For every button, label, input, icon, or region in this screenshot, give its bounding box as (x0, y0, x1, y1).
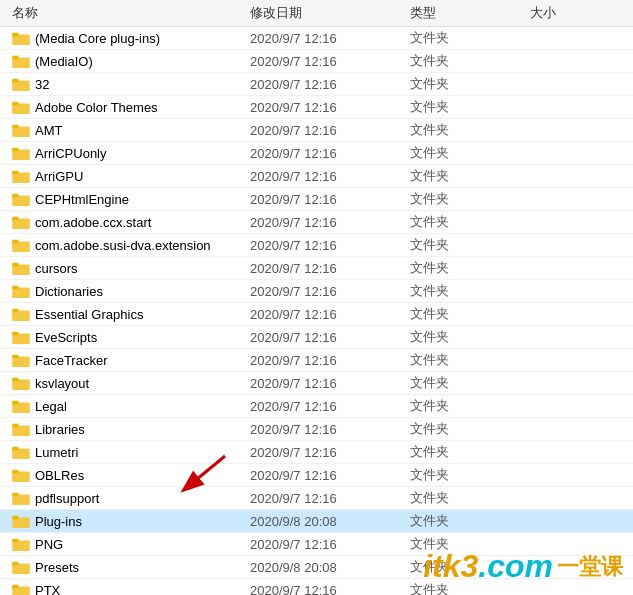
file-name-cell: Adobe Color Themes (0, 100, 250, 115)
file-name-cell: Dictionaries (0, 284, 250, 299)
file-name-cell: 32 (0, 77, 250, 92)
file-name: 32 (35, 77, 49, 92)
folder-icon (12, 192, 30, 206)
file-date: 2020/9/7 12:16 (250, 31, 410, 46)
file-type: 文件夹 (410, 558, 530, 576)
file-type: 文件夹 (410, 190, 530, 208)
table-row[interactable]: Libraries 2020/9/7 12:16 文件夹 (0, 418, 633, 441)
file-type: 文件夹 (410, 443, 530, 461)
svg-rect-65 (12, 516, 18, 520)
file-name-cell: Lumetri (0, 445, 250, 460)
file-type: 文件夹 (410, 213, 530, 231)
table-row[interactable]: AMT 2020/9/7 12:16 文件夹 (0, 119, 633, 142)
file-type: 文件夹 (410, 420, 530, 438)
file-date: 2020/9/7 12:16 (250, 146, 410, 161)
file-date: 2020/9/7 12:16 (250, 307, 410, 322)
svg-rect-11 (12, 102, 18, 106)
file-type: 文件夹 (410, 98, 530, 116)
folder-icon (12, 514, 30, 528)
file-name-cell: cursors (0, 261, 250, 276)
file-name: FaceTracker (35, 353, 107, 368)
folder-icon (12, 261, 30, 275)
table-row[interactable]: cursors 2020/9/7 12:16 文件夹 (0, 257, 633, 280)
file-name: (MediaIO) (35, 54, 93, 69)
file-name-cell: PTX (0, 583, 250, 596)
folder-icon (12, 376, 30, 390)
svg-rect-56 (12, 447, 18, 451)
svg-rect-8 (12, 79, 18, 83)
table-row[interactable]: (MediaIO) 2020/9/7 12:16 文件夹 (0, 50, 633, 73)
table-row[interactable]: com.adobe.susi-dva.extension 2020/9/7 12… (0, 234, 633, 257)
file-type: 文件夹 (410, 75, 530, 93)
svg-rect-68 (12, 539, 18, 543)
folder-icon (12, 560, 30, 574)
folder-icon (12, 445, 30, 459)
table-row[interactable]: ArriGPU 2020/9/7 12:16 文件夹 (0, 165, 633, 188)
folder-icon (12, 583, 30, 595)
file-date: 2020/9/7 12:16 (250, 491, 410, 506)
table-row[interactable]: ArriCPUonly 2020/9/7 12:16 文件夹 (0, 142, 633, 165)
file-name-cell: com.adobe.susi-dva.extension (0, 238, 250, 253)
table-row[interactable]: Adobe Color Themes 2020/9/7 12:16 文件夹 (0, 96, 633, 119)
file-type: 文件夹 (410, 466, 530, 484)
table-row[interactable]: 32 2020/9/7 12:16 文件夹 (0, 73, 633, 96)
file-name-cell: (Media Core plug-ins) (0, 31, 250, 46)
file-type: 文件夹 (410, 259, 530, 277)
table-row[interactable]: (Media Core plug-ins) 2020/9/7 12:16 文件夹 (0, 27, 633, 50)
table-row[interactable]: Essential Graphics 2020/9/7 12:16 文件夹 (0, 303, 633, 326)
file-name: Libraries (35, 422, 85, 437)
col-header-name: 名称 (0, 4, 250, 22)
file-name-cell: ArriCPUonly (0, 146, 250, 161)
folder-icon (12, 284, 30, 298)
svg-rect-50 (12, 401, 18, 405)
file-type: 文件夹 (410, 581, 530, 595)
file-name: Dictionaries (35, 284, 103, 299)
svg-rect-20 (12, 171, 18, 175)
file-name-cell: Legal (0, 399, 250, 414)
file-name: ArriCPUonly (35, 146, 107, 161)
table-row[interactable]: Presets 2020/9/8 20:08 文件夹 (0, 556, 633, 579)
folder-icon (12, 77, 30, 91)
table-row[interactable]: Legal 2020/9/7 12:16 文件夹 (0, 395, 633, 418)
file-type: 文件夹 (410, 535, 530, 553)
svg-rect-44 (12, 355, 18, 359)
file-name: Presets (35, 560, 79, 575)
file-name: PTX (35, 583, 60, 596)
table-row[interactable]: CEPHtmlEngine 2020/9/7 12:16 文件夹 (0, 188, 633, 211)
file-name: ksvlayout (35, 376, 89, 391)
table-row[interactable]: Lumetri 2020/9/7 12:16 文件夹 (0, 441, 633, 464)
folder-icon (12, 100, 30, 114)
table-row[interactable]: Dictionaries 2020/9/7 12:16 文件夹 (0, 280, 633, 303)
svg-rect-41 (12, 332, 18, 336)
folder-icon (12, 146, 30, 160)
table-row[interactable]: OBLRes 2020/9/7 12:16 文件夹 (0, 464, 633, 487)
file-name-cell: Plug-ins (0, 514, 250, 529)
table-row[interactable]: Plug-ins 2020/9/8 20:08 文件夹 (0, 510, 633, 533)
file-date: 2020/9/8 20:08 (250, 560, 410, 575)
svg-rect-62 (12, 493, 18, 497)
file-name: Legal (35, 399, 67, 414)
table-row[interactable]: PNG 2020/9/7 12:16 文件夹 (0, 533, 633, 556)
folder-icon (12, 353, 30, 367)
table-row[interactable]: FaceTracker 2020/9/7 12:16 文件夹 (0, 349, 633, 372)
svg-rect-71 (12, 562, 18, 566)
table-row[interactable]: pdflsupport 2020/9/7 12:16 文件夹 (0, 487, 633, 510)
file-name-cell: (MediaIO) (0, 54, 250, 69)
file-name-cell: PNG (0, 537, 250, 552)
file-name-cell: ArriGPU (0, 169, 250, 184)
file-type: 文件夹 (410, 305, 530, 323)
table-row[interactable]: PTX 2020/9/7 12:16 文件夹 (0, 579, 633, 595)
table-row[interactable]: ksvlayout 2020/9/7 12:16 文件夹 (0, 372, 633, 395)
file-name-cell: EveScripts (0, 330, 250, 345)
folder-icon (12, 238, 30, 252)
folder-icon (12, 491, 30, 505)
folder-icon (12, 169, 30, 183)
file-date: 2020/9/7 12:16 (250, 169, 410, 184)
file-name: cursors (35, 261, 78, 276)
table-row[interactable]: com.adobe.ccx.start 2020/9/7 12:16 文件夹 (0, 211, 633, 234)
svg-rect-38 (12, 309, 18, 313)
folder-icon (12, 54, 30, 68)
col-header-size: 大小 (530, 4, 610, 22)
file-name-cell: Libraries (0, 422, 250, 437)
table-row[interactable]: EveScripts 2020/9/7 12:16 文件夹 (0, 326, 633, 349)
